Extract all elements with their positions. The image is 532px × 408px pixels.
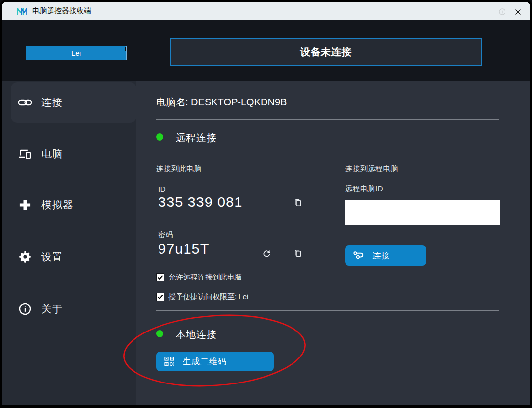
remote-section-title: 远程连接	[176, 131, 217, 145]
sidebar-item-emulator[interactable]: 模拟器	[2, 190, 136, 220]
local-section-title: 本地连接	[176, 328, 217, 341]
copy-id-icon[interactable]	[293, 198, 303, 208]
vertical-divider	[332, 157, 332, 289]
account-button[interactable]: Lei	[26, 46, 127, 60]
computer-icon	[18, 147, 32, 161]
sidebar-item-settings[interactable]: 设置	[2, 242, 136, 272]
connect-button[interactable]: 连接	[345, 245, 426, 266]
sidebar-item-computer[interactable]: 电脑	[2, 139, 136, 169]
sidebar: 连接 电脑 模拟器	[2, 81, 136, 405]
allow-remote-checkbox-label: 允许远程连接到此电脑	[168, 273, 242, 282]
top-strip: Lei 设备未连接	[2, 20, 530, 81]
divider	[156, 310, 499, 311]
computer-name: 电脑名: DESKTOP-LQKDN9B	[156, 96, 287, 109]
app-logo-icon	[17, 6, 28, 16]
sidebar-item-about[interactable]: 关于	[2, 294, 136, 324]
remote-id-input[interactable]	[345, 200, 500, 225]
sidebar-item-label: 模拟器	[41, 198, 74, 212]
sidebar-item-label: 关于	[41, 302, 63, 316]
connect-to-remote-heading: 连接到远程电脑	[345, 164, 399, 174]
copy-password-icon[interactable]	[293, 248, 303, 259]
settings-icon	[18, 250, 32, 264]
allow-remote-checkbox-row[interactable]: 允许远程连接到此电脑	[156, 273, 242, 282]
checkbox-checked[interactable]	[156, 293, 164, 301]
grant-access-checkbox-label: 授予便捷访问权限至: Lei	[168, 292, 248, 302]
window-title: 电脑遥控器接收端	[32, 6, 91, 16]
link-icon	[18, 95, 32, 110]
password-label: 密码	[158, 230, 173, 240]
checkbox-checked[interactable]	[156, 273, 164, 281]
app-window: 电脑遥控器接收端 Lei 设备未连接	[0, 0, 532, 408]
refresh-password-icon[interactable]	[261, 248, 272, 259]
password-value: 97u15T	[158, 241, 209, 257]
grant-access-checkbox-row[interactable]: 授予便捷访问权限至: Lei	[156, 292, 248, 302]
remote-status-dot	[156, 133, 163, 141]
id-label: ID	[158, 185, 166, 193]
main-content: 电脑名: DESKTOP-LQKDN9B 远程连接 连接到此电脑 ID 335 …	[136, 81, 530, 405]
generate-qr-button-label: 生成二维码	[183, 356, 227, 367]
device-id-value: 335 339 081	[158, 194, 242, 210]
remote-id-label: 远程电脑ID	[345, 184, 383, 194]
device-status-banner: 设备未连接	[170, 38, 482, 66]
qr-code-icon	[164, 356, 175, 367]
device-status-text: 设备未连接	[300, 45, 352, 59]
info-circle-icon[interactable]	[496, 6, 508, 18]
generate-qr-button[interactable]: 生成二维码	[156, 352, 274, 371]
sidebar-item-label: 连接	[41, 96, 63, 109]
local-status-dot	[156, 330, 163, 337]
emulator-icon	[18, 198, 32, 212]
sidebar-item-connect[interactable]: 连接	[2, 88, 136, 117]
account-button-label: Lei	[71, 49, 81, 57]
connect-button-label: 连接	[372, 250, 390, 261]
close-icon[interactable]	[511, 6, 524, 18]
checkmark-icon	[157, 294, 163, 300]
titlebar: 电脑遥控器接收端	[2, 2, 530, 20]
sidebar-item-label: 电脑	[41, 147, 63, 161]
connect-to-this-pc-heading: 连接到此电脑	[156, 164, 202, 174]
checkmark-icon	[157, 274, 163, 280]
about-icon	[18, 302, 32, 316]
connect-route-icon	[353, 250, 365, 261]
divider	[156, 119, 499, 120]
sidebar-item-label: 设置	[41, 250, 63, 264]
